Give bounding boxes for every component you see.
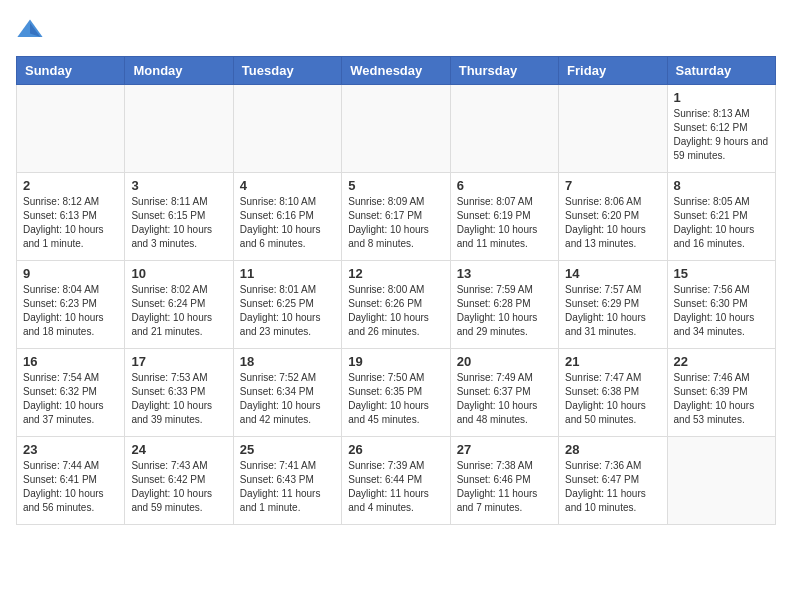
- calendar-cell: [667, 437, 775, 525]
- calendar-cell: 12Sunrise: 8:00 AM Sunset: 6:26 PM Dayli…: [342, 261, 450, 349]
- calendar-cell: 24Sunrise: 7:43 AM Sunset: 6:42 PM Dayli…: [125, 437, 233, 525]
- day-info: Sunrise: 7:56 AM Sunset: 6:30 PM Dayligh…: [674, 283, 769, 339]
- calendar-cell: 11Sunrise: 8:01 AM Sunset: 6:25 PM Dayli…: [233, 261, 341, 349]
- weekday-header-tuesday: Tuesday: [233, 57, 341, 85]
- calendar-week-row: 9Sunrise: 8:04 AM Sunset: 6:23 PM Daylig…: [17, 261, 776, 349]
- day-number: 21: [565, 354, 660, 369]
- calendar-cell: 20Sunrise: 7:49 AM Sunset: 6:37 PM Dayli…: [450, 349, 558, 437]
- day-info: Sunrise: 7:47 AM Sunset: 6:38 PM Dayligh…: [565, 371, 660, 427]
- calendar-cell: 18Sunrise: 7:52 AM Sunset: 6:34 PM Dayli…: [233, 349, 341, 437]
- day-info: Sunrise: 7:38 AM Sunset: 6:46 PM Dayligh…: [457, 459, 552, 515]
- day-number: 12: [348, 266, 443, 281]
- day-number: 2: [23, 178, 118, 193]
- day-info: Sunrise: 7:52 AM Sunset: 6:34 PM Dayligh…: [240, 371, 335, 427]
- calendar-cell: 17Sunrise: 7:53 AM Sunset: 6:33 PM Dayli…: [125, 349, 233, 437]
- day-number: 9: [23, 266, 118, 281]
- calendar-cell: 8Sunrise: 8:05 AM Sunset: 6:21 PM Daylig…: [667, 173, 775, 261]
- calendar-header-row: SundayMondayTuesdayWednesdayThursdayFrid…: [17, 57, 776, 85]
- weekday-header-sunday: Sunday: [17, 57, 125, 85]
- day-number: 22: [674, 354, 769, 369]
- day-number: 6: [457, 178, 552, 193]
- weekday-header-monday: Monday: [125, 57, 233, 85]
- calendar-cell: [125, 85, 233, 173]
- day-number: 23: [23, 442, 118, 457]
- weekday-header-wednesday: Wednesday: [342, 57, 450, 85]
- day-number: 10: [131, 266, 226, 281]
- day-info: Sunrise: 8:11 AM Sunset: 6:15 PM Dayligh…: [131, 195, 226, 251]
- day-info: Sunrise: 7:41 AM Sunset: 6:43 PM Dayligh…: [240, 459, 335, 515]
- day-number: 13: [457, 266, 552, 281]
- day-number: 20: [457, 354, 552, 369]
- calendar-cell: 4Sunrise: 8:10 AM Sunset: 6:16 PM Daylig…: [233, 173, 341, 261]
- calendar-cell: 28Sunrise: 7:36 AM Sunset: 6:47 PM Dayli…: [559, 437, 667, 525]
- day-number: 28: [565, 442, 660, 457]
- weekday-header-thursday: Thursday: [450, 57, 558, 85]
- day-info: Sunrise: 7:43 AM Sunset: 6:42 PM Dayligh…: [131, 459, 226, 515]
- day-info: Sunrise: 8:01 AM Sunset: 6:25 PM Dayligh…: [240, 283, 335, 339]
- calendar-cell: 2Sunrise: 8:12 AM Sunset: 6:13 PM Daylig…: [17, 173, 125, 261]
- calendar-cell: 5Sunrise: 8:09 AM Sunset: 6:17 PM Daylig…: [342, 173, 450, 261]
- day-info: Sunrise: 8:02 AM Sunset: 6:24 PM Dayligh…: [131, 283, 226, 339]
- calendar-cell: [233, 85, 341, 173]
- calendar-cell: 13Sunrise: 7:59 AM Sunset: 6:28 PM Dayli…: [450, 261, 558, 349]
- day-info: Sunrise: 7:54 AM Sunset: 6:32 PM Dayligh…: [23, 371, 118, 427]
- calendar-cell: [559, 85, 667, 173]
- day-number: 15: [674, 266, 769, 281]
- calendar-cell: 10Sunrise: 8:02 AM Sunset: 6:24 PM Dayli…: [125, 261, 233, 349]
- logo-icon: [16, 16, 44, 44]
- calendar-cell: 21Sunrise: 7:47 AM Sunset: 6:38 PM Dayli…: [559, 349, 667, 437]
- weekday-header-saturday: Saturday: [667, 57, 775, 85]
- day-info: Sunrise: 8:09 AM Sunset: 6:17 PM Dayligh…: [348, 195, 443, 251]
- day-number: 16: [23, 354, 118, 369]
- day-number: 1: [674, 90, 769, 105]
- calendar-cell: 3Sunrise: 8:11 AM Sunset: 6:15 PM Daylig…: [125, 173, 233, 261]
- day-number: 4: [240, 178, 335, 193]
- day-info: Sunrise: 8:05 AM Sunset: 6:21 PM Dayligh…: [674, 195, 769, 251]
- day-info: Sunrise: 7:53 AM Sunset: 6:33 PM Dayligh…: [131, 371, 226, 427]
- logo: [16, 16, 46, 44]
- calendar-cell: [17, 85, 125, 173]
- weekday-header-friday: Friday: [559, 57, 667, 85]
- day-info: Sunrise: 7:49 AM Sunset: 6:37 PM Dayligh…: [457, 371, 552, 427]
- calendar-week-row: 2Sunrise: 8:12 AM Sunset: 6:13 PM Daylig…: [17, 173, 776, 261]
- calendar-cell: 9Sunrise: 8:04 AM Sunset: 6:23 PM Daylig…: [17, 261, 125, 349]
- day-info: Sunrise: 7:50 AM Sunset: 6:35 PM Dayligh…: [348, 371, 443, 427]
- day-info: Sunrise: 7:57 AM Sunset: 6:29 PM Dayligh…: [565, 283, 660, 339]
- day-info: Sunrise: 8:12 AM Sunset: 6:13 PM Dayligh…: [23, 195, 118, 251]
- calendar-cell: [450, 85, 558, 173]
- calendar-cell: 6Sunrise: 8:07 AM Sunset: 6:19 PM Daylig…: [450, 173, 558, 261]
- day-info: Sunrise: 7:59 AM Sunset: 6:28 PM Dayligh…: [457, 283, 552, 339]
- day-number: 7: [565, 178, 660, 193]
- day-number: 27: [457, 442, 552, 457]
- calendar-cell: 22Sunrise: 7:46 AM Sunset: 6:39 PM Dayli…: [667, 349, 775, 437]
- calendar-cell: 26Sunrise: 7:39 AM Sunset: 6:44 PM Dayli…: [342, 437, 450, 525]
- day-number: 3: [131, 178, 226, 193]
- day-number: 14: [565, 266, 660, 281]
- calendar-cell: 16Sunrise: 7:54 AM Sunset: 6:32 PM Dayli…: [17, 349, 125, 437]
- calendar-cell: 1Sunrise: 8:13 AM Sunset: 6:12 PM Daylig…: [667, 85, 775, 173]
- day-number: 18: [240, 354, 335, 369]
- calendar-cell: 25Sunrise: 7:41 AM Sunset: 6:43 PM Dayli…: [233, 437, 341, 525]
- day-info: Sunrise: 8:06 AM Sunset: 6:20 PM Dayligh…: [565, 195, 660, 251]
- calendar-cell: 19Sunrise: 7:50 AM Sunset: 6:35 PM Dayli…: [342, 349, 450, 437]
- day-number: 5: [348, 178, 443, 193]
- day-number: 26: [348, 442, 443, 457]
- day-number: 17: [131, 354, 226, 369]
- day-number: 25: [240, 442, 335, 457]
- day-info: Sunrise: 8:13 AM Sunset: 6:12 PM Dayligh…: [674, 107, 769, 163]
- calendar-week-row: 1Sunrise: 8:13 AM Sunset: 6:12 PM Daylig…: [17, 85, 776, 173]
- calendar-cell: [342, 85, 450, 173]
- day-info: Sunrise: 7:46 AM Sunset: 6:39 PM Dayligh…: [674, 371, 769, 427]
- calendar-table: SundayMondayTuesdayWednesdayThursdayFrid…: [16, 56, 776, 525]
- day-info: Sunrise: 8:10 AM Sunset: 6:16 PM Dayligh…: [240, 195, 335, 251]
- calendar-cell: 23Sunrise: 7:44 AM Sunset: 6:41 PM Dayli…: [17, 437, 125, 525]
- day-number: 19: [348, 354, 443, 369]
- day-info: Sunrise: 8:04 AM Sunset: 6:23 PM Dayligh…: [23, 283, 118, 339]
- calendar-cell: 15Sunrise: 7:56 AM Sunset: 6:30 PM Dayli…: [667, 261, 775, 349]
- calendar-cell: 7Sunrise: 8:06 AM Sunset: 6:20 PM Daylig…: [559, 173, 667, 261]
- day-number: 8: [674, 178, 769, 193]
- day-info: Sunrise: 8:07 AM Sunset: 6:19 PM Dayligh…: [457, 195, 552, 251]
- day-info: Sunrise: 8:00 AM Sunset: 6:26 PM Dayligh…: [348, 283, 443, 339]
- calendar-week-row: 16Sunrise: 7:54 AM Sunset: 6:32 PM Dayli…: [17, 349, 776, 437]
- calendar-cell: 27Sunrise: 7:38 AM Sunset: 6:46 PM Dayli…: [450, 437, 558, 525]
